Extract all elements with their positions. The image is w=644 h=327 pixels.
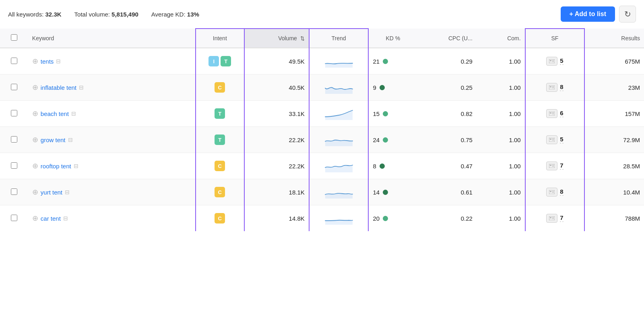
sf-number: 8 [560,188,563,196]
volume-cell: 14.8K [244,205,309,232]
row-checkbox-cell[interactable] [0,75,28,101]
add-keyword-icon[interactable]: ⊕ [32,161,38,170]
badge-t: T [221,56,231,66]
row-checkbox[interactable] [11,110,17,116]
keywords-table: Keyword Intent Volume ⇅ Trend KD % CPC (… [0,28,644,231]
add-keyword-icon[interactable]: ⊕ [32,57,38,66]
row-checkbox-cell[interactable] [0,101,28,127]
sf-icon[interactable] [546,188,557,197]
sf-cell[interactable]: 7 [525,205,585,232]
cpc-header: CPC (U... [417,29,477,48]
row-checkbox[interactable] [11,188,17,195]
svg-rect-19 [552,166,554,167]
keyword-link[interactable]: rooftop tent [41,163,71,170]
sf-number: 5 [560,136,563,143]
table-row: ⊕ rooftop tent ⊟ C 22.2K 8 0.471.00 7 28… [0,153,644,179]
select-all-header[interactable] [0,29,28,48]
keyword-header: Keyword [28,29,196,48]
sf-cell[interactable]: 5 [525,48,585,75]
row-checkbox-cell[interactable] [0,179,28,205]
table-body: ⊕ tents ⊟ IT 49.5K 21 0.291.00 5 675M ⊕ … [0,48,644,231]
kd-value: 15 [373,110,380,117]
row-checkbox[interactable] [11,58,17,64]
keyword-link[interactable]: inflatable tent [41,84,76,91]
refresh-button[interactable]: ↻ [619,6,636,23]
sf-icon[interactable] [546,83,557,92]
sf-number: 6 [560,110,563,117]
keyword-cell: ⊕ grow tent ⊟ [28,127,196,153]
svg-rect-3 [552,61,554,62]
row-checkbox-cell[interactable] [0,127,28,153]
sf-number: 7 [560,215,563,222]
table-icon: ⊟ [63,215,68,221]
avg-kd-label: Average KD: [151,11,186,18]
results-cell: 10.4M [584,179,644,205]
add-keyword-icon[interactable]: ⊕ [32,188,38,197]
intent-cell: C [196,153,244,179]
sf-header: SF [525,29,585,48]
row-checkbox-cell[interactable] [0,48,28,75]
table-icon: ⊟ [71,110,76,117]
sf-cell[interactable]: 8 [525,179,585,205]
row-checkbox[interactable] [11,215,17,221]
keywords-table-wrapper: Keyword Intent Volume ⇅ Trend KD % CPC (… [0,28,644,231]
row-checkbox[interactable] [11,136,17,143]
volume-cell: 22.2K [244,127,309,153]
sf-icon[interactable] [546,214,557,223]
row-checkbox-cell[interactable] [0,153,28,179]
avg-kd-value: 13% [187,11,199,18]
svg-rect-5 [550,86,551,87]
com-cell: 1.00 [477,48,525,75]
add-keyword-icon[interactable]: ⊕ [32,214,38,223]
sf-icon[interactable] [546,161,557,170]
results-cell: 28.5M [584,153,644,179]
table-row: ⊕ grow tent ⊟ T 22.2K 24 0.751.00 5 72.9… [0,127,644,153]
total-volume-value: 5,815,490 [111,11,138,18]
keyword-cell: ⊕ car tent ⊟ [28,205,196,232]
sf-icon[interactable] [546,57,557,66]
results-cell: 72.9M [584,127,644,153]
sf-icon[interactable] [546,109,557,118]
table-icon: ⊟ [68,137,73,143]
volume-cell: 18.1K [244,179,309,205]
volume-label: Volume [278,35,297,41]
kd-value: 8 [373,163,376,170]
keyword-link[interactable]: yurt tent [41,189,62,196]
trend-cell [309,205,369,232]
add-to-list-button[interactable]: + Add to list [561,6,615,22]
row-checkbox-cell[interactable] [0,205,28,232]
row-checkbox[interactable] [11,162,17,169]
keyword-cell: ⊕ rooftop tent ⊟ [28,153,196,179]
sf-icon[interactable] [546,135,557,144]
add-keyword-icon[interactable]: ⊕ [32,83,38,92]
com-cell: 1.00 [477,75,525,101]
keyword-cell: ⊕ inflatable tent ⊟ [28,75,196,101]
add-keyword-icon[interactable]: ⊕ [32,135,38,144]
add-keyword-icon[interactable]: ⊕ [32,109,38,118]
trend-cell [309,179,369,205]
keyword-link[interactable]: tents [41,58,54,65]
badge-c: C [215,161,225,171]
sf-cell[interactable]: 8 [525,75,585,101]
cpc-cell: 0.29 [417,48,477,75]
sf-cell[interactable]: 6 [525,101,585,127]
trend-cell [309,127,369,153]
volume-header[interactable]: Volume ⇅ [244,29,309,48]
kd-cell: 24 [368,127,417,153]
cpc-cell: 0.75 [417,127,477,153]
keyword-link[interactable]: beach tent [41,110,69,117]
kd-dot [383,190,388,195]
keyword-link[interactable]: grow tent [41,137,66,143]
row-checkbox[interactable] [11,84,17,90]
keyword-link[interactable]: car tent [41,215,61,222]
sf-cell[interactable]: 5 [525,127,585,153]
svg-rect-14 [552,139,554,139]
sf-cell[interactable]: 7 [525,153,585,179]
select-all-checkbox[interactable] [11,34,17,41]
intent-cell: C [196,75,244,101]
kd-dot [380,164,385,169]
volume-cell: 22.2K [244,153,309,179]
intent-cell: C [196,205,244,232]
badge-t: T [215,108,225,119]
kd-dot [383,59,388,64]
